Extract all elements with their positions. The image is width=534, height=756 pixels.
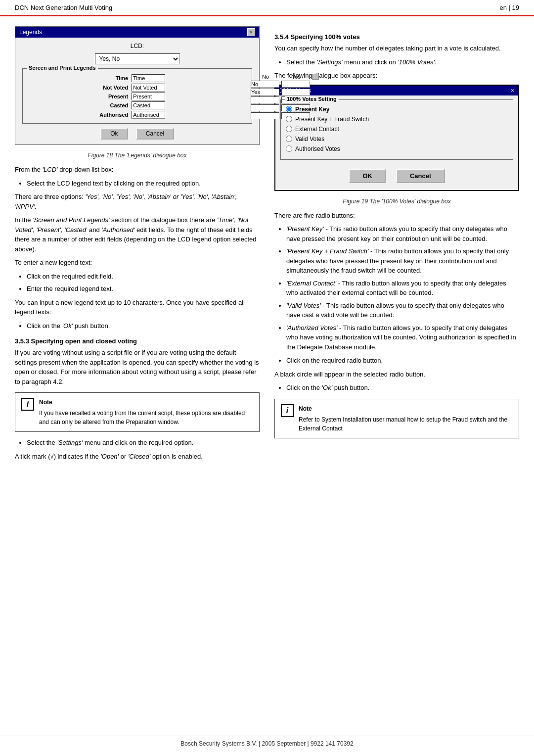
legends-titlebar: Legends ×	[15, 27, 259, 38]
casted-input[interactable]	[132, 101, 165, 109]
table-row: Not Voted	[28, 83, 247, 92]
votes-dialog: 100% Votes × 100% Votes Setting Present …	[274, 85, 519, 191]
yes-row1-input[interactable]	[281, 81, 310, 88]
present-input[interactable]	[132, 93, 165, 100]
note-title-1: Note	[39, 398, 253, 407]
fig18-caption: Figure 18 The 'Legends' dialogue box	[15, 152, 260, 159]
notvoted-input[interactable]	[132, 84, 165, 92]
footer-text: Bosch Security Systems B.V. | 2005 Septe…	[180, 740, 353, 747]
list-item: Enter the required legend text.	[27, 284, 260, 294]
legends-dialog: Legends × LCD: Yes, No Yes, No, Abstain …	[15, 26, 260, 145]
no-row1-input[interactable]	[251, 81, 279, 88]
ok-em2: 'Ok'	[322, 384, 333, 391]
radio-authorised-votes[interactable]	[286, 145, 292, 152]
radio-row-1: Present Key	[286, 106, 508, 113]
header: DCN Next Generation Multi Voting en | 19	[0, 0, 534, 16]
radio-present-key[interactable]	[286, 106, 292, 112]
list-item: Select the LCD legend text by clicking o…	[27, 179, 260, 189]
list-item: 'Present Key' - This radio button allows…	[286, 224, 519, 243]
legends-dialog-buttons: Ok Cancel	[22, 128, 252, 140]
votes-ok-button[interactable]: OK	[349, 169, 386, 183]
no-row5-input[interactable]	[251, 112, 279, 119]
list-item: 'Present Key + Fraud Switch' - This radi…	[286, 246, 519, 276]
radio-valid-votes[interactable]	[286, 136, 292, 142]
enter-legend-list: Click on the required edit field. Enter …	[27, 272, 260, 294]
header-right: en | 19	[499, 4, 519, 11]
note-box-2: i Note Refer to System Installation user…	[274, 399, 519, 438]
yes-row2-input[interactable]	[281, 89, 310, 95]
five-radio-text: There are five radio buttons:	[274, 211, 519, 221]
100pct-desc: You can specify how the number of delega…	[274, 44, 519, 53]
radio-row-3: External Contact	[286, 126, 508, 133]
authorized-votes-em: 'Authorized Votes'	[286, 324, 338, 331]
votes-setting-group: 100% Votes Setting Present Key Present K…	[280, 99, 513, 160]
notvoted-label: Not Voted	[28, 83, 130, 92]
lcd-dropdown[interactable]: Yes, No Yes, No, Abstain Yes, No, Abstai…	[95, 53, 180, 64]
present-key-em: 'Present Key'	[286, 225, 324, 233]
no-row3-input[interactable]	[251, 96, 279, 103]
note-content-2: Note Refer to System Installation user m…	[299, 404, 513, 433]
note-body-2: Refer to System Installation user manual…	[299, 416, 507, 432]
authorised-label: Authorised	[28, 110, 130, 119]
section354-heading: 3.5.4 Specifying 100% votes	[274, 33, 519, 41]
black-circle-text: A black circle will appear in the select…	[274, 370, 519, 379]
radio-fraud-switch-label: Present Key + Fraud Switch	[295, 116, 369, 123]
settings-bullet-list: Select the 'Settings' menu and click on …	[27, 438, 260, 448]
note-icon-1: i	[21, 398, 34, 411]
list-item: Click on the required edit field.	[27, 272, 260, 282]
votes-close-button[interactable]: ×	[511, 87, 514, 94]
closed-em: 'Closed'	[128, 453, 150, 460]
table-row: Casted	[28, 101, 247, 110]
authorised-em: 'Authorised'	[101, 226, 134, 234]
screen-print-em: 'Screen and Print Legends'	[33, 216, 109, 224]
votes-dialog-buttons: OK Cancel	[280, 164, 513, 188]
authorised-input[interactable]	[132, 111, 165, 119]
no-column-header: No	[251, 74, 280, 80]
present-input-cell	[130, 92, 247, 101]
page: DCN Next Generation Multi Voting en | 19…	[0, 0, 534, 756]
fraud-switch-em: 'Present Key + Fraud Switch'	[286, 247, 368, 255]
time-label: Time	[28, 74, 130, 83]
list-item: Click on the 'Ok' push button.	[286, 383, 519, 393]
radio-valid-votes-label: Valid Votes	[295, 136, 324, 142]
radio-row-4: Valid Votes	[286, 136, 508, 142]
valid-votes-em: 'Valid Votes'	[286, 302, 321, 309]
main-content: Legends × LCD: Yes, No Yes, No, Abstain …	[0, 26, 534, 465]
open-closed-desc: If you are voting without using a script…	[15, 348, 260, 386]
radio-row-2: Present Key + Fraud Switch	[286, 116, 508, 123]
no-row2-input[interactable]	[251, 89, 279, 95]
external-contact-em: 'External Contact'	[286, 280, 336, 287]
screen-print-label: Screen and Print Legends	[27, 65, 98, 71]
list-item: 'External Contact' - This radio button a…	[286, 279, 519, 298]
note-body-1: If you have recalled a voting from the c…	[39, 410, 245, 425]
lcd-intro-text: From the 'LCD' drop-down list box:	[15, 165, 260, 175]
left-column: Legends × LCD: Yes, No Yes, No, Abstain …	[15, 26, 260, 465]
click-radio-list: Click on the required radio button.	[286, 356, 519, 366]
header-left: DCN Next Generation Multi Voting	[15, 4, 112, 11]
fig19-caption: Figure 19 The '100% Votes' dialogue box	[274, 198, 519, 205]
settings-100pct-list: Select the 'Settings' menu and click on …	[286, 57, 519, 67]
radio-descriptions-list: 'Present Key' - This radio button allows…	[286, 224, 519, 352]
legends-ok-button[interactable]: Ok	[100, 128, 128, 140]
votes-cancel-button[interactable]: Cancel	[396, 169, 445, 183]
time-input[interactable]	[132, 74, 165, 82]
legends-dialog-content: LCD: Yes, No Yes, No, Abstain Yes, No, A…	[15, 38, 259, 144]
lcd-em: 'LCD'	[43, 166, 58, 173]
tick-mark-text: A tick mark (√) indicates if the 'Open' …	[15, 452, 260, 462]
radio-external-contact[interactable]	[286, 126, 292, 132]
votes-group-title: 100% Votes Setting	[285, 96, 339, 102]
legend-limit-text: You can input a new legend text up to 10…	[15, 298, 260, 317]
screen-print-desc: In the 'Screen and Print Legends' sectio…	[15, 215, 260, 254]
legends-close-button[interactable]: ×	[247, 28, 255, 36]
three-options-text: There are three options: 'Yes', 'No', 'Y…	[15, 192, 260, 211]
options-em: 'Yes', 'No', 'Yes', 'No', 'Abstain' or '…	[15, 193, 237, 210]
list-item: Click on the 'Ok' push button.	[27, 321, 260, 331]
no-row4-input[interactable]	[251, 104, 279, 111]
table-row: Authorised	[28, 110, 247, 119]
legends-title: Legends	[19, 29, 42, 36]
legends-cancel-button[interactable]: Cancel	[136, 128, 174, 140]
section353-heading: 3.5.3 Specifying open and closed voting	[15, 337, 260, 345]
radio-fraud-switch[interactable]	[286, 116, 292, 122]
click-ok-right-list: Click on the 'Ok' push button.	[286, 383, 519, 393]
100votes-em: '100% Votes'	[398, 58, 435, 66]
